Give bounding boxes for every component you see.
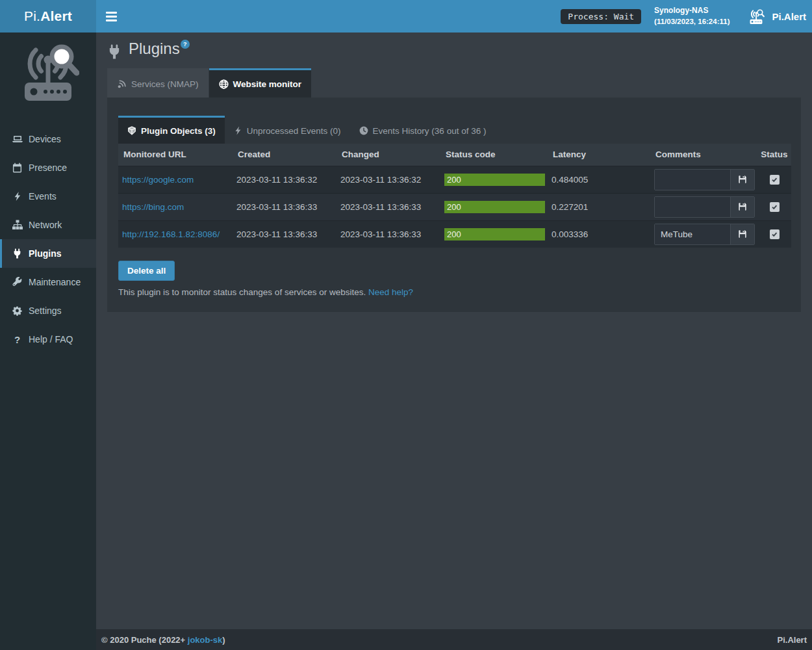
panel-tabs: Plugin Objects (3) Unprocessed Events (0… <box>118 116 790 144</box>
page-title: Plugins? <box>129 40 190 58</box>
status-checkbox[interactable] <box>770 202 780 212</box>
monitored-url-link[interactable]: https://bing.com <box>122 202 184 212</box>
table-header-row: Monitored URL Created Changed Status cod… <box>118 144 791 166</box>
sidebar-item-devices[interactable]: Devices <box>0 125 96 153</box>
save-comment-button[interactable] <box>730 224 754 244</box>
col-comments: Comments <box>650 144 757 166</box>
sidebar-item-presence[interactable]: Presence <box>0 153 96 182</box>
sidebar-item-label: Devices <box>29 134 61 144</box>
sidebar-menu: Devices Presence Events Network Plugins … <box>0 125 96 354</box>
monitored-url-link[interactable]: https://google.com <box>122 175 194 185</box>
footer-app-name: Pi.Alert <box>777 635 807 645</box>
sidebar-item-label: Settings <box>29 306 62 316</box>
gear-icon <box>12 306 23 317</box>
menu-icon[interactable] <box>96 0 126 32</box>
status-checkbox[interactable] <box>770 175 780 185</box>
save-comment-button[interactable] <box>730 197 754 217</box>
sidebar-logo <box>0 32 96 110</box>
question-icon: ? <box>12 334 23 345</box>
need-help-link[interactable]: Need help? <box>368 287 413 297</box>
status-checkbox[interactable] <box>770 229 780 239</box>
col-monitored-url: Monitored URL <box>118 144 233 166</box>
col-status-code: Status code <box>440 144 548 166</box>
navbar: Process: Wait Synology-NAS (11/03/2023, … <box>96 0 812 32</box>
sidebar-item-maintenance[interactable]: Maintenance <box>0 268 96 296</box>
sitemap-icon <box>12 220 23 231</box>
sidebar-item-events[interactable]: Events <box>0 182 96 211</box>
sidebar-item-network[interactable]: Network <box>0 211 96 239</box>
bolt-icon <box>234 126 242 135</box>
sidebar-item-settings[interactable]: Settings <box>0 296 96 325</box>
plugin-tabs: Services (NMAP) Website monitor <box>107 68 801 98</box>
brand-prefix: Pi. <box>24 8 40 24</box>
main-content: Plugins? Services (NMAP) Website monitor… <box>96 32 812 629</box>
comment-input[interactable] <box>655 170 730 190</box>
sidebar-item-label: Presence <box>29 162 67 173</box>
comment-input-group <box>654 169 755 190</box>
status-code-bar: 200 <box>444 174 545 186</box>
changed-cell: 2023-03-11 13:36:33 <box>336 220 440 248</box>
sidebar-item-help[interactable]: ? Help / FAQ <box>0 325 96 354</box>
tab-label: Plugin Objects (3) <box>141 126 216 136</box>
col-changed: Changed <box>336 144 440 166</box>
sidebar-item-label: Events <box>29 191 57 202</box>
page-header: Plugins? <box>96 32 812 62</box>
plugin-description: This plugin is to monitor status changes… <box>118 287 790 297</box>
router-scan-logo-icon <box>17 40 79 105</box>
host-timestamp: (11/03/2023, 16:24:11) <box>654 16 730 27</box>
delete-all-button[interactable]: Delete all <box>118 261 175 281</box>
comment-input[interactable] <box>655 197 730 217</box>
created-cell: 2023-03-11 13:36:33 <box>233 220 336 248</box>
website-monitor-panel: Plugin Objects (3) Unprocessed Events (0… <box>107 98 801 312</box>
status-code-bar: 200 <box>444 201 545 213</box>
changed-cell: 2023-03-11 13:36:32 <box>336 166 440 193</box>
tab-label: Website monitor <box>233 79 302 89</box>
sidebar-item-plugins[interactable]: Plugins <box>0 239 96 268</box>
tab-website-monitor[interactable]: Website monitor <box>209 68 312 98</box>
plug-icon <box>107 44 121 59</box>
plug-icon <box>12 248 23 259</box>
latency-cell: 0.484005 <box>548 166 650 193</box>
comment-input-group <box>654 224 755 245</box>
laptop-icon <box>12 134 23 145</box>
sidebar: Devices Presence Events Network Plugins … <box>0 32 96 650</box>
tab-label: Services (NMAP) <box>131 79 199 89</box>
process-status-badge: Process: Wait <box>561 9 641 24</box>
monitored-url-link[interactable]: http://192.168.1.82:8086/ <box>122 229 220 239</box>
col-status: Status <box>757 144 791 166</box>
brand-logo[interactable]: Pi.Alert <box>0 0 96 32</box>
sidebar-item-label: Help / FAQ <box>29 334 73 344</box>
save-comment-button[interactable] <box>730 170 754 190</box>
tab-events-history[interactable]: Events History (36 out of 36 ) <box>350 116 496 144</box>
app-name: Pi.Alert <box>772 11 806 22</box>
tab-unprocessed-events[interactable]: Unprocessed Events (0) <box>225 116 350 144</box>
jokob-sk-link[interactable]: jokob-sk <box>188 635 222 645</box>
footer: © 2020 Puche (2022+ jokob-sk) Pi.Alert <box>96 629 812 650</box>
latency-cell: 0.003336 <box>548 220 650 248</box>
col-latency: Latency <box>548 144 650 166</box>
brand-suffix: Alert <box>40 8 72 24</box>
changed-cell: 2023-03-11 13:36:33 <box>336 193 440 220</box>
nmap-icon <box>117 79 127 89</box>
tab-label: Unprocessed Events (0) <box>247 126 341 136</box>
created-cell: 2023-03-11 13:36:32 <box>233 166 336 193</box>
latency-cell: 0.227201 <box>548 193 650 220</box>
help-badge[interactable]: ? <box>181 40 190 49</box>
comment-input-group <box>654 196 755 218</box>
calendar-icon <box>12 162 23 174</box>
tab-label: Events History (36 out of 36 ) <box>373 126 487 136</box>
comment-input[interactable] <box>655 224 730 244</box>
sidebar-item-label: Maintenance <box>29 277 81 287</box>
status-code-bar: 200 <box>444 228 545 240</box>
table-row: http://192.168.1.82:8086/ 2023-03-11 13:… <box>118 220 791 248</box>
app-identity: Pi.Alert <box>746 8 806 25</box>
navbar-right: Process: Wait Synology-NAS (11/03/2023, … <box>561 5 812 27</box>
footer-copyright: © 2020 Puche (2022+ jokob-sk) <box>101 635 225 645</box>
host-name: Synology-NAS <box>654 5 730 16</box>
tab-plugin-objects[interactable]: Plugin Objects (3) <box>118 116 225 144</box>
table-row: https://bing.com 2023-03-11 13:36:33 202… <box>118 193 791 220</box>
globe-icon <box>219 79 229 89</box>
sidebar-item-label: Network <box>29 220 62 230</box>
wrench-icon <box>12 277 23 288</box>
tab-services-nmap[interactable]: Services (NMAP) <box>107 68 209 98</box>
